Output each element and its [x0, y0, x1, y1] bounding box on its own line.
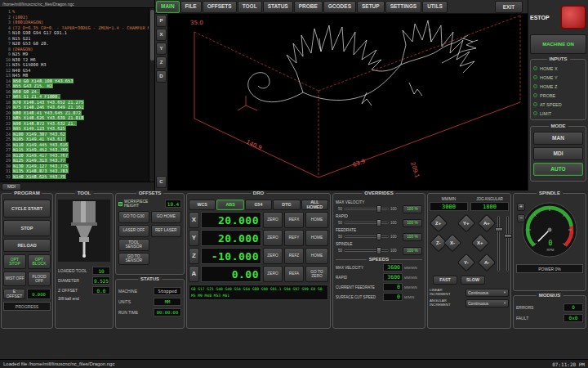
mode-button[interactable]: MAN [533, 132, 583, 145]
jog-slow-button[interactable]: SLOW [461, 276, 485, 285]
input-indicator-row: HOME Y [533, 73, 583, 82]
dro-mode-button[interactable]: G54 [245, 200, 272, 210]
menu-tab[interactable]: SETUP [357, 1, 385, 13]
dro-axis-letter[interactable]: A [189, 266, 199, 282]
go-to-g30-button[interactable]: GO TO G30 [118, 211, 149, 223]
eoffset-button[interactable]: E OFFSET [3, 289, 25, 299]
run-time-label: RUN TIME [118, 310, 152, 315]
mode-button[interactable]: MDI [533, 147, 583, 160]
preview-canvas[interactable]: 35.0 140.9 63.9 209.1 [167, 14, 528, 191]
menu-tab[interactable]: MAIN [156, 1, 180, 13]
dro-axis-letter[interactable]: Z [189, 248, 199, 264]
override-slider-handle[interactable] [376, 205, 381, 213]
jog-y-minus-button[interactable]: Y- [457, 254, 476, 272]
jog-linear-slider-handle[interactable] [495, 227, 503, 231]
override-slider-handle[interactable] [376, 247, 381, 254]
menu-tab[interactable]: SETTINGS [385, 1, 422, 13]
dro-mode-button[interactable]: ABS [216, 200, 243, 210]
stop-button[interactable]: STOP [3, 220, 51, 236]
jog-angular-slider-handle[interactable] [504, 234, 512, 238]
gcode-3d-preview[interactable]: 35.0 140.9 63.9 209.1 [167, 14, 528, 191]
dro-ref-button[interactable]: REFY [284, 230, 304, 246]
jog-linear-slider[interactable] [495, 216, 503, 272]
dro-axis-letter[interactable]: Y [189, 230, 199, 246]
dro-home-button[interactable]: GO TO ZERO [305, 266, 328, 282]
jog-y-plus-button[interactable]: Y+ [457, 214, 476, 233]
menu-tab[interactable]: GCODES [323, 1, 356, 13]
go-to-sensor-button[interactable]: GO TO SENSOR [118, 253, 149, 265]
go-home-button[interactable]: GO HOME [151, 211, 182, 223]
override-slider[interactable] [344, 218, 389, 227]
jog-fast-button[interactable]: FAST [433, 276, 457, 285]
override-reset-button[interactable]: 100 % [403, 233, 422, 241]
dro-axis-row: Z -10.000 ZERO REFZ HOME [189, 248, 328, 264]
gcode-scrollbar[interactable] [149, 8, 154, 182]
flood-button[interactable]: FLOOD OFF [28, 272, 51, 286]
override-reset-button[interactable]: 100 % [403, 247, 422, 255]
opt-stop-button[interactable]: OPT STOP [3, 254, 26, 269]
dro-zero-button[interactable]: ZERO [263, 266, 283, 282]
gcode-scrollbar-thumb[interactable] [150, 10, 154, 61]
laser-toggle-button[interactable]: LASER OFF [118, 225, 149, 237]
spindle-raise-button[interactable]: + [517, 203, 525, 211]
jog-x-plus-button[interactable]: X+ [471, 234, 490, 253]
menu-tab[interactable]: OFFSETS [203, 1, 237, 13]
ref-laser-button[interactable]: REF LASER [151, 225, 182, 237]
jog-a-plus-button[interactable]: A+ [478, 214, 497, 233]
menu-tab[interactable]: STATUS [263, 1, 293, 13]
dro-ref-button[interactable]: REFX [284, 212, 304, 228]
dro-zero-button[interactable]: ZERO [263, 230, 283, 246]
mode-button[interactable]: AUTO [533, 163, 583, 176]
dro-mode-buttons: WCS ABS G54 DTG ALL HOMED [189, 200, 328, 210]
override-slider[interactable] [344, 246, 389, 255]
dro-zero-button[interactable]: ZERO [263, 212, 283, 228]
dro-ref-button[interactable]: REFZ [284, 248, 304, 264]
tool-sensor-button[interactable]: TOOL SENSOR [118, 239, 149, 251]
workpiece-height-checkbox[interactable] [118, 202, 122, 206]
menu-tab[interactable]: FILE [180, 1, 202, 13]
view-button[interactable]: D [156, 70, 167, 83]
jog-a-minus-button[interactable]: A- [478, 254, 497, 272]
mist-button[interactable]: MIST OFF [3, 272, 26, 286]
reload-button[interactable]: RELOAD [3, 239, 51, 252]
tab-mdi[interactable]: MDI [2, 183, 21, 191]
jog-x-minus-button[interactable]: X- [443, 234, 462, 253]
angular-increment-select[interactable]: Continuous ▼ [466, 299, 509, 307]
override-reset-button[interactable]: 100 % [403, 219, 422, 227]
jog-z-plus-button[interactable]: Z+ [430, 214, 448, 233]
spindle-lower-button[interactable]: − [517, 214, 525, 222]
gcode-line[interactable]: 4 (T2 D=6.35 CR=0. - TAPER=30DEG - ZMIN=… [0, 25, 149, 31]
linear-increment-select[interactable]: Continuous ▼ [466, 289, 509, 297]
view-button[interactable]: Y [156, 43, 167, 55]
menu-tab[interactable]: PROBE [294, 1, 323, 13]
cycle-start-button[interactable]: CYCLE START [3, 200, 51, 218]
gcode-line[interactable]: 32 N140 X148.625 Y43.79 [0, 174, 149, 180]
dro-axis-letter[interactable]: X [189, 212, 199, 228]
view-button[interactable]: Z [156, 56, 167, 69]
dro-zero-button[interactable]: ZERO [263, 248, 283, 264]
dro-mode-button[interactable]: WCS [189, 200, 216, 210]
override-slider[interactable] [344, 232, 389, 241]
override-slider-handle[interactable] [376, 233, 381, 240]
menu-tab[interactable]: TOOL [238, 1, 262, 13]
menu-tab[interactable]: UTILS [422, 1, 448, 13]
dro-home-button[interactable]: HOME [305, 230, 328, 246]
gcode-line-list[interactable]: 1 % 2 (1002) 3 (0001DRAGON) 4 (T2 D=6.35… [0, 8, 149, 182]
exit-button[interactable]: EXIT [495, 1, 523, 13]
override-reset-button[interactable]: 100 % [403, 205, 422, 213]
view-button[interactable]: P [156, 15, 167, 27]
view-button[interactable]: C [156, 176, 167, 188]
dro-home-button[interactable]: HOME [305, 248, 328, 264]
override-slider[interactable] [344, 204, 389, 213]
view-button[interactable]: X [156, 29, 167, 41]
machine-on-button[interactable]: MACHINE ON [530, 34, 586, 54]
dro-ref-button[interactable]: REFA [284, 266, 304, 282]
angular-increment-label: ANGULAR INCREMENT [430, 299, 464, 307]
estop-button[interactable] [560, 5, 586, 29]
dro-mode-button[interactable]: DTG [273, 200, 300, 210]
dro-mode-button[interactable]: ALL HOMED [301, 200, 328, 210]
opt-block-button[interactable]: OPT BLOCK [28, 254, 51, 269]
override-slider-handle[interactable] [376, 219, 381, 227]
dro-home-button[interactable]: HOME [305, 212, 328, 228]
jog-angular-slider[interactable] [504, 216, 512, 272]
